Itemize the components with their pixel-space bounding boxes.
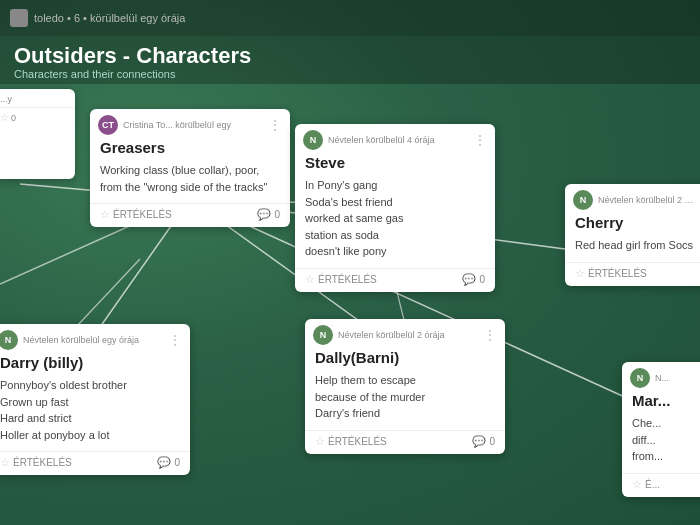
star-icon-darry: ☆	[0, 456, 10, 469]
comment-count-steve: 0	[479, 274, 485, 285]
card-darry-menu[interactable]: ⋮	[168, 333, 182, 347]
card-mars-footer: ☆ É...	[622, 473, 700, 497]
card-greasers-body: Working class (blue collar), poor, from …	[90, 160, 290, 203]
rating-label: ÉRTÉKELÉS	[113, 209, 172, 220]
card-cherry-body: Red head girl from Socs	[565, 235, 700, 262]
page-title: Outsiders - Characters	[14, 44, 686, 68]
comment-icon: 💬	[257, 208, 271, 221]
card-greasers-meta: Cristina To... körülbelül egy	[123, 120, 263, 130]
card-darry-meta: Névtelen körülbelül egy órája	[23, 335, 163, 345]
comment-icon-steve: 💬	[462, 273, 476, 286]
card-mars-rating[interactable]: ☆ É...	[632, 478, 660, 491]
card-dally-meta: Névtelen körülbelül 2 órája	[338, 330, 478, 340]
card-dally[interactable]: N Névtelen körülbelül 2 órája ⋮ Dally(Ba…	[305, 319, 505, 454]
card-cherry-avatar: N	[573, 190, 593, 210]
card-steve-title: Steve	[295, 152, 495, 175]
card-steve-rating[interactable]: ☆ ÉRTÉKELÉS	[305, 273, 377, 286]
card-left-partial[interactable]: ...y ☆ 0	[0, 89, 75, 179]
star-icon: ☆	[100, 208, 110, 221]
card-steve-header: N Névtelen körülbelül 4 órája ⋮	[295, 124, 495, 152]
card-greasers-comment: 💬 0	[257, 208, 280, 221]
star-icon-cherry: ☆	[575, 267, 585, 280]
card-mars-title: Mar...	[622, 390, 700, 413]
card-dally-rating[interactable]: ☆ ÉRTÉKELÉS	[315, 435, 387, 448]
card-cherry-meta: Névtelen körülbelül 2 órája	[598, 195, 698, 205]
comment-count-dally: 0	[489, 436, 495, 447]
card-darry-header: N Névtelen körülbelül egy órája ⋮	[0, 324, 190, 352]
card-steve-meta: Névtelen körülbelül 4 órája	[328, 135, 468, 145]
card-greasers-title: Greasers	[90, 137, 290, 160]
rating-label-cherry: ÉRTÉKELÉS	[588, 268, 647, 279]
card-darry-avatar: N	[0, 330, 18, 350]
star-icon-steve: ☆	[305, 273, 315, 286]
card-steve-body: In Pony's gangSoda's best friendworked a…	[295, 175, 495, 268]
rating-label-darry: ÉRTÉKELÉS	[13, 457, 72, 468]
card-dally-comment: 💬 0	[472, 435, 495, 448]
card-cherry[interactable]: N Névtelen körülbelül 2 órája ⋮ Cherry R…	[565, 184, 700, 286]
card-darry-comment: 💬 0	[157, 456, 180, 469]
card-greasers-menu[interactable]: ⋮	[268, 118, 282, 132]
card-cherry-header: N Névtelen körülbelül 2 órája ⋮	[565, 184, 700, 212]
breadcrumb: toledo • 6 • körülbelül egy órája	[34, 12, 185, 24]
card-darry-title: Darry (billy)	[0, 352, 190, 375]
card-dally-avatar: N	[313, 325, 333, 345]
star-icon-dally: ☆	[315, 435, 325, 448]
page-subtitle: Characters and their connections	[14, 68, 686, 80]
canvas: ...y ☆ 0 CT Cristina To... körülbelül eg…	[0, 84, 700, 525]
rating-label-steve: ÉRTÉKELÉS	[318, 274, 377, 285]
comment-count-darry: 0	[174, 457, 180, 468]
card-steve-avatar: N	[303, 130, 323, 150]
card-greasers-header: CT Cristina To... körülbelül egy ⋮	[90, 109, 290, 137]
card-cherry-rating[interactable]: ☆ ÉRTÉKELÉS	[575, 267, 647, 280]
app-icon	[10, 9, 28, 27]
header-bar: toledo • 6 • körülbelül egy órája	[0, 0, 700, 36]
card-dally-header: N Névtelen körülbelül 2 órája ⋮	[305, 319, 505, 347]
card-dally-title: Dally(Barni)	[305, 347, 505, 370]
comment-count: 0	[274, 209, 280, 220]
page-title-area: Outsiders - Characters Characters and th…	[0, 36, 700, 84]
card-cherry-footer: ☆ ÉRTÉKELÉS	[565, 262, 700, 286]
comment-icon-darry: 💬	[157, 456, 171, 469]
card-steve-footer: ☆ ÉRTÉKELÉS 💬 0	[295, 268, 495, 292]
rating-label-mars: É...	[645, 479, 660, 490]
card-darry[interactable]: N Névtelen körülbelül egy órája ⋮ Darry …	[0, 324, 190, 475]
star-icon-mars: ☆	[632, 478, 642, 491]
card-darry-footer: ☆ ÉRTÉKELÉS 💬 0	[0, 451, 190, 475]
card-greasers-footer: ☆ ÉRTÉKELÉS 💬 0	[90, 203, 290, 227]
card-cherry-title: Cherry	[565, 212, 700, 235]
card-dally-menu[interactable]: ⋮	[483, 328, 497, 342]
comment-icon-dally: 💬	[472, 435, 486, 448]
card-darry-body: Ponnyboy's oldest brotherGrown up fastHa…	[0, 375, 190, 451]
card-mars[interactable]: N N... Mar... Che...diff...from... ☆ É..…	[622, 362, 700, 497]
card-greasers-rating[interactable]: ☆ ÉRTÉKELÉS	[100, 208, 172, 221]
card-steve-menu[interactable]: ⋮	[473, 133, 487, 147]
card-dally-footer: ☆ ÉRTÉKELÉS 💬 0	[305, 430, 505, 454]
card-mars-meta: N...	[655, 373, 700, 383]
card-mars-header: N N...	[622, 362, 700, 390]
rating-label-dally: ÉRTÉKELÉS	[328, 436, 387, 447]
card-mars-avatar: N	[630, 368, 650, 388]
card-darry-rating[interactable]: ☆ ÉRTÉKELÉS	[0, 456, 72, 469]
card-dally-body: Help them to escapebecause of the murder…	[305, 370, 505, 430]
card-mars-body: Che...diff...from...	[622, 413, 700, 473]
card-greasers[interactable]: CT Cristina To... körülbelül egy ⋮ Greas…	[90, 109, 290, 227]
card-greasers-avatar: CT	[98, 115, 118, 135]
card-steve-comment: 💬 0	[462, 273, 485, 286]
card-steve[interactable]: N Névtelen körülbelül 4 órája ⋮ Steve In…	[295, 124, 495, 292]
